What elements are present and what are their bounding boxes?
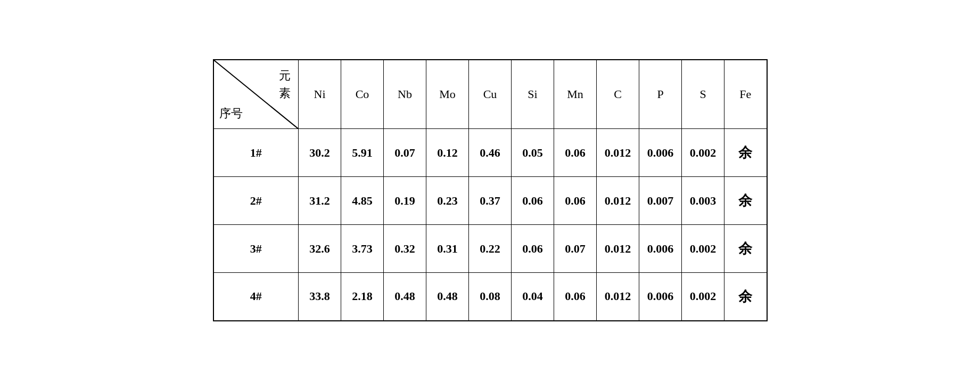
cell-r1-c7: 0.012 (597, 177, 639, 225)
cell-r2-c1: 3.73 (341, 225, 384, 273)
cell-r3-c0: 33.8 (299, 273, 341, 321)
col-header-fe: Fe (724, 60, 767, 129)
row-header-2: 3# (213, 225, 299, 273)
row-header-0: 1# (213, 129, 299, 177)
cell-r2-c9: 0.002 (682, 225, 724, 273)
data-table: 元素 序号 NiCoNbMoCuSiMnCPSFe1#30.25.910.070… (213, 59, 768, 321)
cell-r0-c4: 0.46 (469, 129, 512, 177)
corner-bottom-text: 序号 (219, 104, 243, 122)
col-header-ni: Ni (299, 60, 341, 129)
cell-r0-c6: 0.06 (554, 129, 597, 177)
cell-r3-c3: 0.48 (426, 273, 469, 321)
col-header-si: Si (512, 60, 554, 129)
cell-r2-c4: 0.22 (469, 225, 512, 273)
row-header-1: 2# (213, 177, 299, 225)
cell-r2-c0: 32.6 (299, 225, 341, 273)
cell-r0-c1: 5.91 (341, 129, 384, 177)
cell-r0-c7: 0.012 (597, 129, 639, 177)
corner-cell: 元素 序号 (213, 60, 299, 129)
cell-r0-c9: 0.002 (682, 129, 724, 177)
cell-r1-c5: 0.06 (512, 177, 554, 225)
cell-r0-c0: 30.2 (299, 129, 341, 177)
cell-r2-c5: 0.06 (512, 225, 554, 273)
cell-r1-c6: 0.06 (554, 177, 597, 225)
cell-r2-c6: 0.07 (554, 225, 597, 273)
cell-r3-c10: 余 (724, 273, 767, 321)
row-header-3: 4# (213, 273, 299, 321)
col-header-co: Co (341, 60, 384, 129)
col-header-mn: Mn (554, 60, 597, 129)
col-header-mo: Mo (426, 60, 469, 129)
cell-r1-c0: 31.2 (299, 177, 341, 225)
corner-top-text: 元素 (279, 67, 291, 102)
cell-r3-c4: 0.08 (469, 273, 512, 321)
cell-r2-c2: 0.32 (384, 225, 426, 273)
cell-r2-c7: 0.012 (597, 225, 639, 273)
cell-r1-c10: 余 (724, 177, 767, 225)
table-container: 元素 序号 NiCoNbMoCuSiMnCPSFe1#30.25.910.070… (202, 48, 778, 332)
cell-r3-c5: 0.04 (512, 273, 554, 321)
cell-r3-c9: 0.002 (682, 273, 724, 321)
cell-r1-c9: 0.003 (682, 177, 724, 225)
col-header-c: C (597, 60, 639, 129)
cell-r3-c2: 0.48 (384, 273, 426, 321)
cell-r2-c8: 0.006 (639, 225, 682, 273)
cell-r0-c10: 余 (724, 129, 767, 177)
cell-r0-c2: 0.07 (384, 129, 426, 177)
col-header-cu: Cu (469, 60, 512, 129)
cell-r0-c5: 0.05 (512, 129, 554, 177)
cell-r0-c3: 0.12 (426, 129, 469, 177)
cell-r2-c10: 余 (724, 225, 767, 273)
col-header-nb: Nb (384, 60, 426, 129)
cell-r1-c4: 0.37 (469, 177, 512, 225)
cell-r1-c2: 0.19 (384, 177, 426, 225)
cell-r3-c1: 2.18 (341, 273, 384, 321)
cell-r1-c8: 0.007 (639, 177, 682, 225)
cell-r0-c8: 0.006 (639, 129, 682, 177)
cell-r3-c7: 0.012 (597, 273, 639, 321)
cell-r1-c1: 4.85 (341, 177, 384, 225)
col-header-s: S (682, 60, 724, 129)
cell-r2-c3: 0.31 (426, 225, 469, 273)
cell-r1-c3: 0.23 (426, 177, 469, 225)
cell-r3-c6: 0.06 (554, 273, 597, 321)
col-header-p: P (639, 60, 682, 129)
cell-r3-c8: 0.006 (639, 273, 682, 321)
